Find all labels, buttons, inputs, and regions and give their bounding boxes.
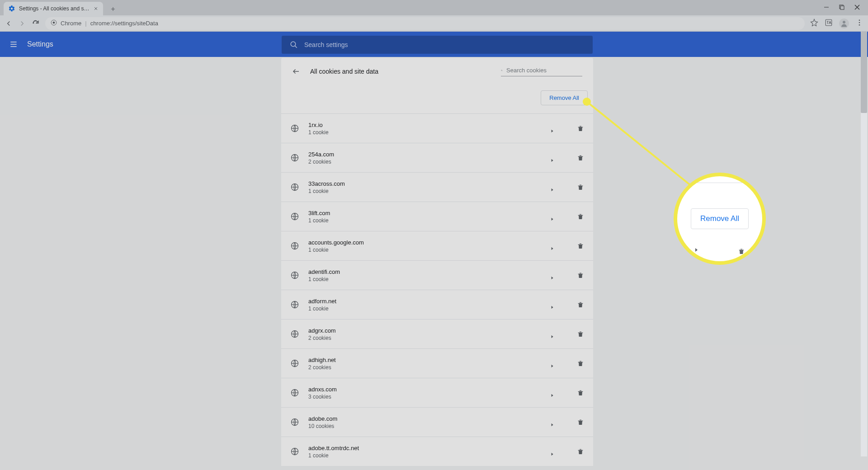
site-domain: 254a.com <box>308 151 542 158</box>
tab-title: Settings - All cookies and site da <box>19 5 90 12</box>
globe-icon <box>290 183 299 192</box>
search-icon <box>501 67 503 74</box>
svg-point-6 <box>859 19 860 21</box>
site-domain: adform.net <box>308 298 542 305</box>
site-cookie-count: 1 cookie <box>308 217 542 224</box>
site-row[interactable]: adform.net 1 cookie <box>281 290 593 319</box>
svg-point-5 <box>843 21 845 24</box>
site-row[interactable]: adobe.com 10 cookies <box>281 407 593 437</box>
site-cookie-count: 1 cookie <box>308 452 542 459</box>
site-domain: 33across.com <box>308 180 542 187</box>
chevron-right-icon[interactable] <box>551 332 554 336</box>
trash-icon[interactable] <box>577 183 584 191</box>
reload-icon[interactable] <box>32 19 40 28</box>
globe-icon <box>290 212 299 221</box>
trash-icon[interactable] <box>577 301 584 308</box>
search-icon <box>290 41 298 49</box>
address-url: chrome://settings/siteData <box>90 20 158 27</box>
address-label: Chrome <box>61 20 81 27</box>
back-arrow-icon[interactable] <box>292 67 300 75</box>
trash-icon[interactable] <box>577 448 584 455</box>
site-row[interactable]: adgrx.com 2 cookies <box>281 319 593 348</box>
svg-point-7 <box>859 22 860 23</box>
svg-point-9 <box>291 42 296 47</box>
chevron-right-icon[interactable] <box>551 420 554 424</box>
back-icon[interactable] <box>5 19 13 28</box>
site-row[interactable]: 3lift.com 1 cookie <box>281 202 593 231</box>
site-row[interactable]: adnxs.com 3 cookies <box>281 378 593 407</box>
site-cookie-count: 1 cookie <box>308 188 542 194</box>
site-domain: adnxs.com <box>308 386 542 393</box>
chevron-right-icon[interactable] <box>551 215 554 218</box>
site-row[interactable]: accounts.google.com 1 cookie <box>281 231 593 260</box>
chevron-right-icon[interactable] <box>551 244 554 248</box>
search-cookies[interactable] <box>501 67 582 76</box>
trash-icon[interactable] <box>577 418 584 426</box>
scrollbar-thumb[interactable] <box>861 32 867 113</box>
site-row[interactable]: 254a.com 2 cookies <box>281 143 593 172</box>
site-row[interactable]: 33across.com 1 cookie <box>281 172 593 202</box>
close-window-icon[interactable] <box>854 4 860 12</box>
translate-icon[interactable] <box>825 19 833 28</box>
trash-icon[interactable] <box>577 272 584 279</box>
maximize-icon[interactable] <box>839 4 844 12</box>
search-cookies-input[interactable] <box>506 67 582 74</box>
globe-icon <box>290 329 299 338</box>
avatar[interactable] <box>839 19 849 28</box>
site-domain: accounts.google.com <box>308 239 542 246</box>
globe-icon <box>290 359 299 368</box>
chevron-right-icon[interactable] <box>551 303 554 306</box>
chevron-right-icon[interactable] <box>551 127 554 130</box>
app-title: Settings <box>27 40 53 48</box>
omnibox[interactable]: Chrome | chrome://settings/siteData <box>45 17 805 30</box>
svg-rect-1 <box>840 6 844 9</box>
window-controls <box>824 0 868 15</box>
trash-icon[interactable] <box>577 242 584 249</box>
settings-search[interactable] <box>282 36 593 54</box>
site-row[interactable]: adhigh.net 2 cookies <box>281 348 593 378</box>
settings-search-input[interactable] <box>304 41 585 48</box>
chevron-right-icon[interactable] <box>551 273 554 277</box>
forward-icon[interactable] <box>18 19 26 28</box>
site-row[interactable]: 1rx.io 1 cookie <box>281 113 593 143</box>
trash-icon[interactable] <box>577 154 584 161</box>
site-cookie-count: 2 cookies <box>308 159 542 165</box>
hamburger-icon[interactable] <box>9 40 18 49</box>
site-domain: adhigh.net <box>308 357 542 363</box>
globe-icon <box>290 153 299 162</box>
globe-icon <box>290 124 299 133</box>
tab-strip: Settings - All cookies and site da <box>0 0 868 15</box>
chevron-right-icon[interactable] <box>551 185 554 189</box>
trash-icon[interactable] <box>577 389 584 396</box>
site-domain: adgrx.com <box>308 327 542 334</box>
site-row[interactable]: adobe.tt.omtrdc.net 1 cookie <box>281 437 593 466</box>
trash-icon[interactable] <box>577 330 584 338</box>
site-cookie-count: 1 cookie <box>308 276 542 282</box>
chevron-right-icon[interactable] <box>551 391 554 395</box>
menu-icon[interactable] <box>855 19 863 28</box>
svg-point-10 <box>501 70 502 70</box>
globe-icon <box>290 418 299 427</box>
panel-title: All cookies and site data <box>310 68 491 75</box>
trash-icon[interactable] <box>577 125 584 132</box>
cookies-panel: All cookies and site data Remove All 1rx… <box>281 58 593 466</box>
site-cookie-count: 10 cookies <box>308 423 542 429</box>
site-cookie-count: 2 cookies <box>308 335 542 341</box>
svg-point-3 <box>53 22 55 24</box>
close-icon[interactable] <box>93 6 99 11</box>
trash-icon[interactable] <box>577 360 584 367</box>
new-tab-button[interactable] <box>107 3 119 15</box>
site-row[interactable]: adentifi.com 1 cookie <box>281 260 593 290</box>
trash-icon[interactable] <box>577 213 584 220</box>
site-domain: adobe.com <box>308 415 542 422</box>
site-list: 1rx.io 1 cookie 254a.com 2 cookies 33acr… <box>281 113 593 466</box>
star-icon[interactable] <box>810 19 818 28</box>
chevron-right-icon[interactable] <box>551 156 554 160</box>
site-cookie-count: 1 cookie <box>308 129 542 136</box>
browser-tab[interactable]: Settings - All cookies and site da <box>4 2 103 15</box>
chevron-right-icon[interactable] <box>551 450 554 453</box>
globe-icon <box>290 241 299 250</box>
chevron-right-icon[interactable] <box>551 362 554 365</box>
remove-all-button[interactable]: Remove All <box>541 90 588 105</box>
minimize-icon[interactable] <box>824 4 829 12</box>
